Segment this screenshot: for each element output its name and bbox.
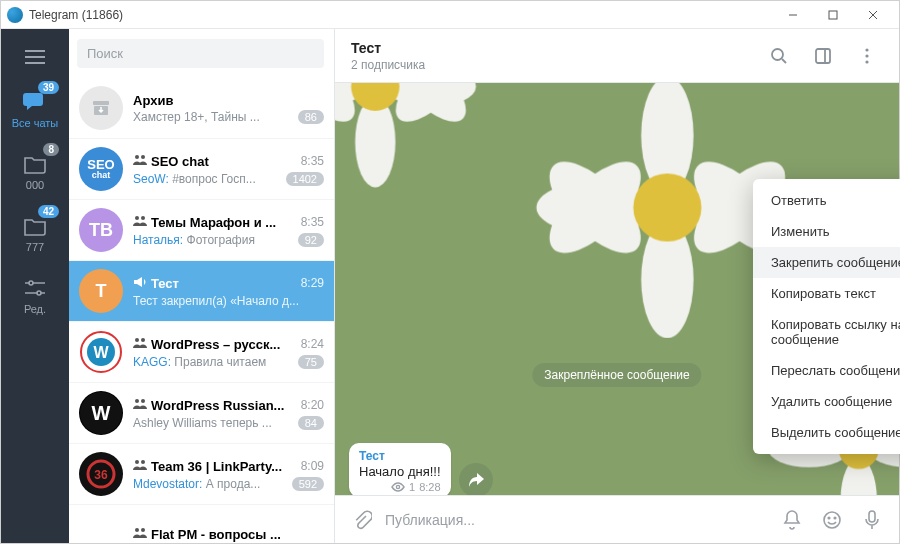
share-button[interactable] <box>459 463 493 495</box>
chat-time: 8:24 <box>301 337 324 351</box>
chat-list-item[interactable]: АрхивХамстер 18+, Тайны ...86 <box>69 78 334 139</box>
message-author: Тест <box>359 449 441 463</box>
sidebar-toggle-button[interactable] <box>807 40 839 72</box>
minimize-button[interactable] <box>773 1 813 29</box>
chat-avatar: Т <box>79 269 123 313</box>
message-views: 1 <box>409 481 415 493</box>
chat-list-item[interactable]: 36Team 36 | LinkParty...8:09Mdevostator:… <box>69 444 334 505</box>
context-menu-item[interactable]: Закрепить сообщение <box>753 247 900 278</box>
chat-name: Flat PM - вопросы ... <box>151 527 324 542</box>
chat-header: Тест 2 подписчика <box>335 29 899 83</box>
chat-name: Архив <box>133 93 324 108</box>
chat-preview: KAGG: Правила читаем <box>133 355 292 369</box>
chat-name: Team 36 | LinkParty... <box>151 459 291 474</box>
chat-list-panel: АрхивХамстер 18+, Тайны ...86SEOchatSEO … <box>69 29 335 543</box>
svg-point-25 <box>772 49 783 60</box>
folder-000[interactable]: 8 000 <box>1 147 69 195</box>
chat-name: Темы Марафон и ... <box>151 215 291 230</box>
svg-point-48 <box>633 173 701 241</box>
chat-title[interactable]: Тест <box>351 40 751 56</box>
svg-point-57 <box>834 517 836 519</box>
folder-badge: 42 <box>38 205 59 218</box>
close-button[interactable] <box>853 1 893 29</box>
context-menu-item[interactable]: Изменить <box>753 216 900 247</box>
svg-point-12 <box>135 338 139 342</box>
svg-rect-0 <box>829 11 837 19</box>
notifications-button[interactable] <box>775 503 809 537</box>
message[interactable]: Тест Начало дня!!! 1 8:28 <box>349 443 493 495</box>
context-menu-item[interactable]: Копировать ссылку на сообщение <box>753 309 900 355</box>
chat-preview: Хамстер 18+, Тайны ... <box>133 110 292 124</box>
message-time: 8:28 <box>419 481 440 493</box>
context-menu-item[interactable]: Копировать текст <box>753 278 900 309</box>
folders-rail: 39 Все чаты 8 000 42 777 <box>1 29 69 543</box>
chat-time: 8:35 <box>301 215 324 229</box>
chat-avatar: ТВ <box>79 208 123 252</box>
chat-list-item[interactable]: WWordPress – русск...8:24KAGG: Правила ч… <box>69 322 334 383</box>
chat-avatar <box>79 86 123 130</box>
folder-badge: 8 <box>43 143 59 156</box>
unread-badge: 592 <box>292 477 324 491</box>
unread-badge: 86 <box>298 110 324 124</box>
message-input[interactable] <box>385 512 769 528</box>
conversation-panel: Тест 2 подписчика <box>335 29 899 543</box>
emoji-button[interactable] <box>815 503 849 537</box>
app-icon <box>7 7 23 23</box>
chat-preview: Тест закрепил(а) «Начало д... <box>133 294 324 308</box>
chat-name: WordPress – русск... <box>151 337 291 352</box>
message-context-menu: ОтветитьИзменитьЗакрепить сообщениеКопир… <box>753 179 900 454</box>
menu-button[interactable] <box>21 43 49 71</box>
context-menu-item[interactable]: Выделить сообщение <box>753 417 900 448</box>
channel-icon <box>133 274 147 292</box>
chat-list-item[interactable]: ТВТемы Марафон и ...8:35Наталья: Фотогра… <box>69 200 334 261</box>
attach-button[interactable] <box>345 503 379 537</box>
unread-badge: 1402 <box>286 172 324 186</box>
svg-text:36: 36 <box>94 468 108 482</box>
chat-preview: Ashley Williams теперь ... <box>133 416 292 430</box>
group-icon <box>133 335 147 353</box>
message-text: Начало дня!!! <box>359 464 441 479</box>
chat-list-item[interactable]: SEOchatSEO chat8:35SeoW: #вопрос Госп...… <box>69 139 334 200</box>
group-icon <box>133 525 147 543</box>
voice-button[interactable] <box>855 503 889 537</box>
maximize-button[interactable] <box>813 1 853 29</box>
group-icon <box>133 457 147 475</box>
chat-name: SEO chat <box>151 154 291 169</box>
chat-list-item[interactable]: WWordPress Russian...8:20Ashley Williams… <box>69 383 334 444</box>
window-titlebar: Telegram (11866) <box>1 1 899 29</box>
folder-label: Ред. <box>24 303 46 315</box>
group-icon <box>133 396 147 414</box>
group-icon <box>133 152 147 170</box>
chat-list-item[interactable]: ТТест8:29Тест закрепил(а) «Начало д... <box>69 261 334 322</box>
service-message-pinned[interactable]: Закреплённое сообщение <box>532 363 701 387</box>
folder-all-chats[interactable]: 39 Все чаты <box>1 85 69 133</box>
context-menu-item[interactable]: Удалить сообщение <box>753 386 900 417</box>
chat-avatar: SEOchat <box>79 147 123 191</box>
svg-point-21 <box>135 460 139 464</box>
folder-edit[interactable]: Ред. <box>1 271 69 319</box>
svg-point-8 <box>141 216 145 220</box>
chat-preview: Mdevostator: А прода... <box>133 477 286 491</box>
chat-list-item[interactable]: Flat PM - вопросы ... <box>69 505 334 543</box>
folder-badge: 39 <box>38 81 59 94</box>
svg-text:W: W <box>93 344 109 361</box>
svg-point-6 <box>141 155 145 159</box>
svg-point-24 <box>141 528 145 532</box>
sliders-icon <box>22 275 48 301</box>
chat-time: 8:29 <box>301 276 324 290</box>
context-menu-item[interactable]: Ответить <box>753 185 900 216</box>
search-in-chat-button[interactable] <box>763 40 795 72</box>
chat-subtitle: 2 подписчика <box>351 58 751 72</box>
chat-preview: Наталья: Фотография <box>133 233 292 247</box>
more-button[interactable] <box>851 40 883 72</box>
folder-777[interactable]: 42 777 <box>1 209 69 257</box>
context-menu-item[interactable]: Переслать сообщение <box>753 355 900 386</box>
chat-avatar <box>79 513 123 543</box>
search-input[interactable] <box>77 39 324 68</box>
chat-avatar: W <box>79 330 123 374</box>
svg-point-56 <box>828 517 830 519</box>
svg-point-7 <box>135 216 139 220</box>
svg-point-1 <box>29 281 33 285</box>
svg-text:W: W <box>92 402 111 424</box>
chat-avatar: W <box>79 391 123 435</box>
